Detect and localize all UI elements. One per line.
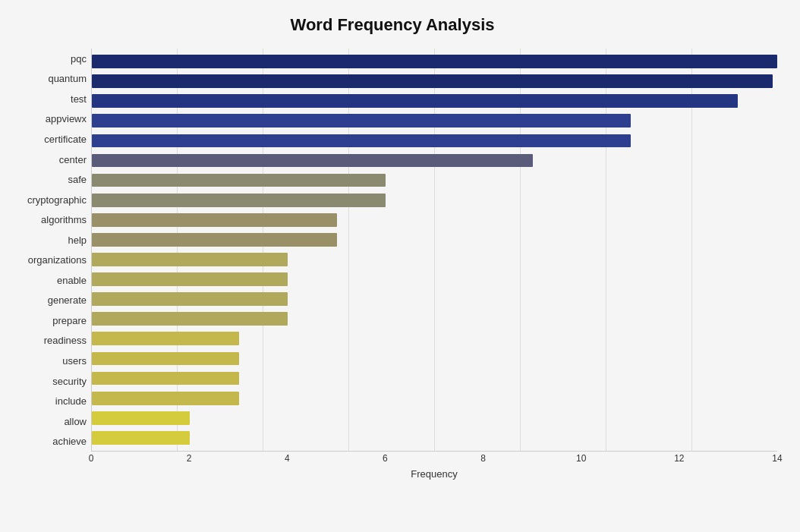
bar <box>92 114 631 127</box>
bar-row <box>92 210 777 230</box>
chart-area: pqcquantumtestappviewxcertificatecenters… <box>8 49 777 474</box>
y-label: quantum <box>48 74 87 83</box>
bar <box>92 272 288 286</box>
bar <box>92 411 190 425</box>
bar-row <box>92 428 777 448</box>
bar <box>92 233 337 247</box>
y-label: pqc <box>71 54 87 64</box>
bar-row <box>92 369 777 389</box>
y-label: safe <box>68 175 87 184</box>
bar <box>92 253 288 266</box>
bar-row <box>92 309 777 329</box>
bar <box>92 292 288 306</box>
bar-row <box>92 71 777 91</box>
x-tick: 4 <box>285 453 290 464</box>
bar-row <box>92 150 777 170</box>
bar <box>92 392 239 405</box>
x-axis: 02468101214 Frequency <box>91 452 777 474</box>
bar <box>92 352 239 366</box>
x-tick: 2 <box>187 453 192 464</box>
bar-row <box>92 408 777 428</box>
y-label: generate <box>48 295 87 305</box>
bars-area <box>91 49 777 452</box>
y-label: prepare <box>52 316 87 326</box>
bar <box>92 94 738 108</box>
chart-container: Word Frequency Analysis pqcquantumtestap… <box>0 0 800 532</box>
bar-row <box>92 190 777 210</box>
bar <box>92 332 239 345</box>
y-label: certificate <box>44 134 87 144</box>
chart-title: Word Frequency Analysis <box>8 15 777 35</box>
y-label: include <box>55 396 87 406</box>
y-label: help <box>68 235 87 245</box>
x-tick: 6 <box>383 453 388 464</box>
bars-rows <box>92 49 777 451</box>
x-tick: 14 <box>772 453 782 464</box>
bar-row <box>92 91 777 111</box>
bar-row <box>92 131 777 150</box>
x-axis-label: Frequency <box>91 468 777 480</box>
bar <box>92 431 190 445</box>
bar <box>92 154 533 168</box>
bar <box>92 372 239 386</box>
x-tick: 8 <box>480 453 486 464</box>
bar <box>92 134 631 148</box>
bar <box>92 55 777 68</box>
bar <box>92 194 386 207</box>
x-tick: 10 <box>576 453 586 464</box>
y-label: algorithms <box>41 215 87 225</box>
y-labels: pqcquantumtestappviewxcertificatecenters… <box>8 49 91 474</box>
y-label: security <box>52 376 87 386</box>
y-label: enable <box>57 275 87 285</box>
bar <box>92 174 386 187</box>
x-tick: 12 <box>674 453 684 464</box>
bar-row <box>92 348 777 368</box>
bar-row <box>92 389 777 408</box>
bar-row <box>92 171 777 190</box>
y-label: users <box>62 356 87 366</box>
y-label: cryptographic <box>27 195 87 205</box>
bar-row <box>92 111 777 131</box>
y-label: center <box>59 155 87 165</box>
y-label: allow <box>64 417 87 427</box>
bar <box>92 312 288 326</box>
bar-row <box>92 329 777 348</box>
bar <box>92 213 337 227</box>
bar-row <box>92 269 777 289</box>
bar <box>92 74 773 88</box>
y-label: organizations <box>28 255 87 265</box>
y-label: test <box>71 94 87 104</box>
bar-row <box>92 289 777 309</box>
x-tick: 0 <box>89 453 94 464</box>
bar-row <box>92 52 777 71</box>
bar-row <box>92 230 777 250</box>
y-label: appviewx <box>46 114 87 124</box>
y-label: readiness <box>44 335 87 345</box>
bar-row <box>92 250 777 269</box>
y-label: achieve <box>52 436 87 446</box>
bars-and-x: 02468101214 Frequency <box>91 49 777 474</box>
